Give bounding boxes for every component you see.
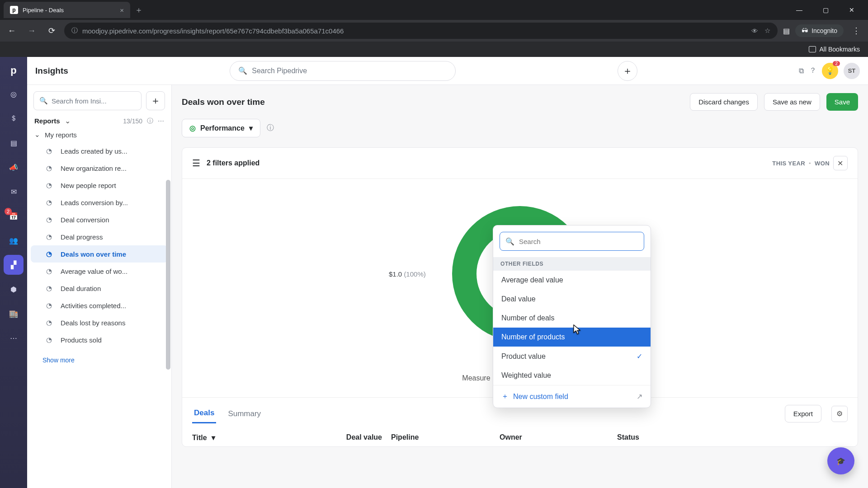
report-label: Deals won over time [61,250,126,258]
idea-button[interactable]: 💡 2 [822,63,838,79]
col-deal-value[interactable]: Deal value [310,429,382,446]
rail-item-campaigns[interactable]: 📣 [4,157,24,177]
bulb-icon: 💡 [826,66,835,75]
filter-tag[interactable]: THIS YEAR [772,160,805,167]
filter-tag[interactable]: WON [815,160,830,167]
table-settings-button[interactable]: ⚙ [831,406,848,422]
close-filters-button[interactable]: ✕ [833,156,848,170]
table-header: Title ▾ Deal value Pipeline Owner Status [182,423,858,446]
report-icon: ◔ [46,284,55,292]
tab-summary[interactable]: Summary [226,405,263,423]
nav-rail: p ◎ ＄ ▤ 📣 ✉ 2 📅 👥 ▞ ⬢ 🏬 ⋯ [0,57,27,488]
browser-tab[interactable]: p Pipeline - Deals × [4,2,130,18]
col-title[interactable]: Title ▾ [192,429,310,446]
show-more-link[interactable]: Show more [27,353,171,367]
report-item[interactable]: ◔New people report [31,177,168,194]
discard-button[interactable]: Discard changes [690,93,758,111]
chart-icon: ▞ [11,261,16,269]
col-pipeline[interactable]: Pipeline [382,429,500,446]
nav-reload-icon[interactable]: ⟳ [44,23,59,38]
popover-option-label: Number of deals [501,314,554,322]
reports-count-wrap: 13/150 ⓘ ⋯ [123,117,164,125]
rail-item-products[interactable]: ⬢ [4,279,24,299]
window-close-icon[interactable]: ✕ [844,3,860,17]
tab-close-icon[interactable]: × [120,6,124,14]
window-maximize-icon[interactable]: ▢ [817,3,834,17]
scrollbar-thumb[interactable] [166,180,170,370]
report-item[interactable]: ◔New organization re... [31,160,168,177]
rail-item-mail[interactable]: ✉ [4,182,24,202]
eye-off-icon[interactable]: 👁 [751,27,758,35]
rail-item-more[interactable]: ⋯ [4,328,24,348]
reports-header[interactable]: Reports ⌄ 13/150 ⓘ ⋯ [27,115,171,127]
idea-badge: 2 [833,61,840,66]
academy-fab[interactable]: 🎓 [827,447,854,474]
info-icon[interactable]: ⓘ [267,123,274,133]
report-item[interactable]: ◔Average value of wo... [31,263,168,280]
app-logo[interactable]: p [5,61,23,80]
rail-item-marketplace[interactable]: 🏬 [4,304,24,324]
site-info-icon[interactable]: ⓘ [71,27,78,35]
rail-item-deals[interactable]: ＄ [4,108,24,128]
filters-label[interactable]: 2 filters applied [207,159,259,167]
window-minimize-icon[interactable]: — [791,3,807,17]
new-tab-button[interactable]: ＋ [132,3,146,17]
tab-deals[interactable]: Deals [192,404,216,423]
popover-option[interactable]: Deal value [493,290,651,309]
nav-forward-icon[interactable]: → [24,23,39,38]
canvas-header: Deals won over time Discard changes Save… [182,93,858,111]
global-search[interactable]: 🔍 Search Pipedrive [230,61,456,81]
col-status[interactable]: Status [617,429,848,446]
report-item[interactable]: ◔Deal duration [31,280,168,297]
export-button[interactable]: Export [785,405,821,422]
quick-add-button[interactable]: ＋ [618,61,637,81]
report-item[interactable]: ◔Activities completed... [31,297,168,314]
incognito-chip[interactable]: 🕶 Incognito [795,24,844,37]
user-avatar[interactable]: ST [844,63,860,79]
popover-search[interactable]: 🔍 [500,232,644,251]
side-panel-icon[interactable]: ▤ [783,27,790,35]
extension-icon[interactable]: ⧉ [799,67,804,75]
report-item[interactable]: ◔Deals lost by reasons [31,314,168,331]
popover-option[interactable]: Average deal value [493,271,651,290]
insights-search[interactable]: 🔍 Search from Insi... [33,91,142,110]
reports-count: 13/150 [123,117,142,125]
filter-icon[interactable]: ☰ [192,158,200,169]
report-item[interactable]: ◔Deal progress [31,228,168,245]
report-type-select[interactable]: ◎ Performance ▾ [182,119,260,137]
group-my-reports[interactable]: ⌄ My reports [27,127,171,142]
report-icon: ◔ [46,301,55,310]
report-item[interactable]: ◔Leads created by us... [31,142,168,160]
nav-back-icon[interactable]: ← [5,23,19,38]
popover-option[interactable]: Number of deals [493,309,651,328]
insights-add-button[interactable]: ＋ [146,91,165,110]
col-title-label: Title [192,434,207,442]
popover-footer[interactable]: ＋ New custom field ↗ [493,385,651,408]
popover-search-input[interactable] [519,238,638,245]
save-as-new-button[interactable]: Save as new [764,93,820,111]
browser-menu-icon[interactable]: ⋮ [849,23,863,38]
save-button[interactable]: Save [826,93,858,111]
report-list[interactable]: ◔Leads created by us...◔New organization… [27,142,171,353]
info-icon[interactable]: ⓘ [147,117,153,125]
report-item[interactable]: ◔Deal conversion [31,211,168,228]
rail-item-projects[interactable]: ▤ [4,133,24,153]
report-item[interactable]: ◔Products sold [31,331,168,348]
rail-item-insights[interactable]: ▞ [4,255,24,275]
filters-bar: ☰ 2 filters applied THIS YEAR • WON ✕ [182,148,858,179]
help-icon[interactable]: ？ [809,66,816,75]
col-owner[interactable]: Owner [500,429,617,446]
rail-item-focus[interactable]: ◎ [4,84,24,104]
report-item[interactable]: ◔Deals won over time [31,245,168,263]
report-item[interactable]: ◔Leads conversion by... [31,194,168,211]
kebab-icon[interactable]: ⋯ [158,117,164,125]
all-bookmarks-link[interactable]: All Bookmarks [820,46,860,53]
popover-option[interactable]: Weighted value [493,366,651,385]
address-row: ← → ⟳ ⓘ moodjoy.pipedrive.com/progress/i… [0,20,868,42]
address-bar[interactable]: ⓘ moodjoy.pipedrive.com/progress/insight… [64,23,778,39]
popover-option[interactable]: Number of products [493,328,651,347]
bookmark-star-icon[interactable]: ☆ [764,27,770,35]
rail-item-activities[interactable]: 2 📅 [4,206,24,226]
rail-item-contacts[interactable]: 👥 [4,230,24,250]
popover-option[interactable]: Product value✓ [493,347,651,366]
